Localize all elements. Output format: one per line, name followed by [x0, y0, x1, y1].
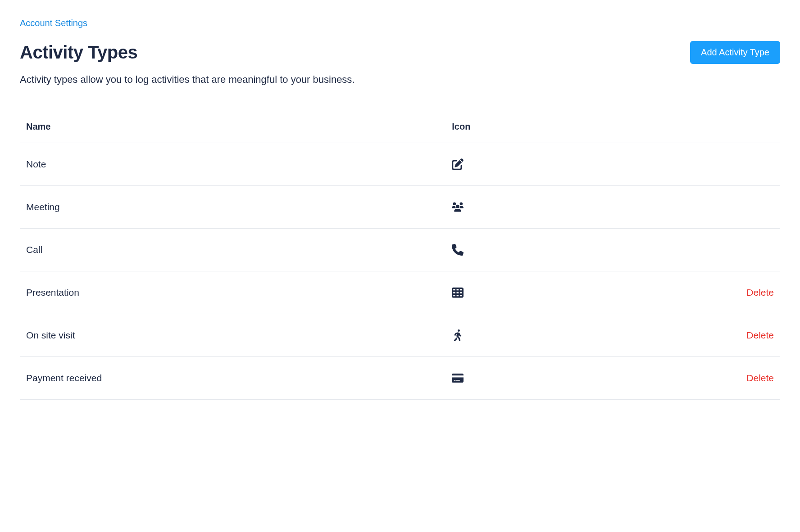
- activity-type-icon-cell: [445, 229, 651, 271]
- person-walking-icon: [452, 329, 645, 341]
- delete-link[interactable]: Delete: [746, 287, 774, 298]
- activity-type-actions: [651, 186, 780, 229]
- activity-type-icon-cell: [445, 143, 651, 186]
- activity-type-name: Payment received: [20, 357, 445, 400]
- delete-link[interactable]: Delete: [746, 330, 774, 340]
- column-header-icon: Icon: [445, 113, 651, 143]
- table-row: On site visitDelete: [20, 314, 780, 357]
- activity-type-name: Note: [20, 143, 445, 186]
- settings-page: Account Settings Activity Types Add Acti…: [0, 0, 800, 418]
- activity-type-actions: [651, 143, 780, 186]
- add-activity-type-button[interactable]: Add Activity Type: [690, 41, 780, 64]
- activity-type-icon-cell: [445, 314, 651, 357]
- column-header-actions: [651, 113, 780, 143]
- activity-type-actions: [651, 229, 780, 271]
- activity-type-name: Meeting: [20, 186, 445, 229]
- column-header-name: Name: [20, 113, 445, 143]
- table-row: Payment receivedDelete: [20, 357, 780, 400]
- activity-type-actions: Delete: [651, 271, 780, 314]
- phone-icon: [452, 244, 645, 256]
- delete-link[interactable]: Delete: [746, 373, 774, 383]
- activity-type-actions: Delete: [651, 314, 780, 357]
- page-description: Activity types allow you to log activiti…: [20, 74, 780, 86]
- activity-type-icon-cell: [445, 357, 651, 400]
- activity-type-name: Call: [20, 229, 445, 271]
- page-header: Activity Types Add Activity Type: [20, 41, 780, 64]
- pen-to-square-icon: [452, 158, 645, 170]
- activity-type-actions: Delete: [651, 357, 780, 400]
- users-icon: [452, 201, 645, 213]
- credit-card-icon: [452, 372, 645, 384]
- activity-type-name: Presentation: [20, 271, 445, 314]
- table-row: Note: [20, 143, 780, 186]
- activity-type-icon-cell: [445, 271, 651, 314]
- activity-type-name: On site visit: [20, 314, 445, 357]
- table-cells-icon: [452, 287, 645, 298]
- table-row: Call: [20, 229, 780, 271]
- page-title: Activity Types: [20, 42, 137, 63]
- table-row: Meeting: [20, 186, 780, 229]
- table-row: PresentationDelete: [20, 271, 780, 314]
- activity-types-table: Name Icon NoteMeetingCallPresentationDel…: [20, 113, 780, 400]
- breadcrumb-account-settings[interactable]: Account Settings: [20, 18, 87, 28]
- activity-type-icon-cell: [445, 186, 651, 229]
